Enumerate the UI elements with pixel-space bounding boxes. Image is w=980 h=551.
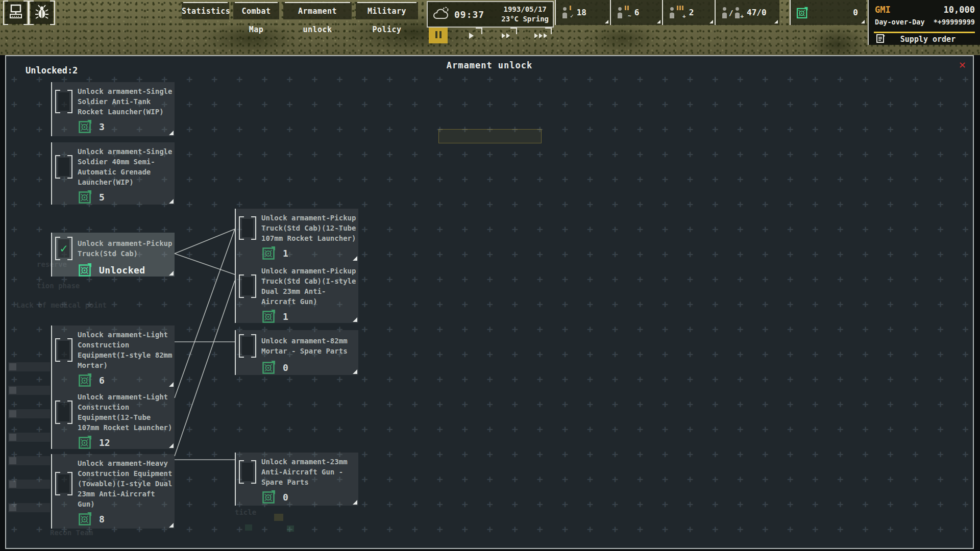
production-count: 8 (99, 514, 105, 524)
tech-node[interactable]: Unlock armament-SingleSoldier Anti-TankR… (51, 82, 175, 136)
tech-node[interactable]: Unlock armament-23mmAnti-Aircraft Gun -S… (235, 453, 358, 506)
unlock-checkbox[interactable]: ✓ (55, 237, 72, 260)
divider (874, 32, 975, 33)
soldier-icon (561, 7, 569, 19)
speed-fast-forward-button[interactable] (495, 28, 517, 43)
tech-node-title: Unlock armament-SingleSoldier 40mm Semi-… (78, 146, 172, 187)
tech-node[interactable]: Unlock armament-LightConstructionEquipme… (51, 388, 175, 449)
tech-node[interactable]: Unlock armament-82mmMortar - Spare Parts… (235, 330, 358, 375)
computer-icon (9, 4, 23, 21)
tech-node-title: Unlock armament-PickupTruck(Std Cab)(12-… (261, 213, 356, 243)
armament-unlock-panel: ++++++++++++++++++++++++++++++++++++++++… (5, 55, 974, 549)
soldier-icon (616, 7, 624, 19)
counter-blueprints[interactable]: 0 (790, 0, 866, 25)
counter-troops-tier2[interactable]: ~6 (610, 0, 662, 25)
counter-value: 0 (853, 8, 858, 17)
tech-node[interactable]: Unlock armament-HeavyConstruction Equipm… (51, 454, 175, 529)
tech-node-title: Unlock armament-23mmAnti-Aircraft Gun -S… (261, 457, 348, 487)
play-icon (469, 33, 474, 39)
tier-badge (677, 6, 683, 10)
status-glyph: ✓ (570, 13, 574, 19)
unlock-checkbox[interactable] (55, 338, 72, 362)
connection-line (175, 254, 235, 274)
unlock-checkbox[interactable] (239, 274, 256, 298)
tech-node-title: Unlock armament-PickupTruck(Std Cab) (78, 238, 172, 259)
game-screen: Statistics Combat Map Armament unlock Mi… (0, 0, 980, 551)
counter-troops-tier1[interactable]: ✓18 (555, 0, 610, 25)
tech-node-title: Unlock armament-SingleSoldier Anti-TankR… (78, 86, 172, 117)
speed-pause-button[interactable] (429, 28, 448, 43)
finance-panel: GMI 10,000 Day-over-Day *+99999999 Suppl… (868, 0, 980, 45)
unlock-checkbox[interactable] (239, 334, 256, 358)
tech-node-title: Unlock armament-LightConstructionEquipme… (78, 330, 172, 370)
blueprint-icon (78, 262, 93, 278)
clock-season: 23°C Spring (501, 14, 549, 24)
clock-panel: 09:37 1993/05/17 23°C Spring (427, 1, 554, 28)
blueprint-icon (261, 360, 277, 375)
unlock-checkbox[interactable] (55, 472, 72, 495)
menu-statistics[interactable]: Statistics (182, 2, 229, 19)
fastest-icon (534, 33, 548, 38)
blueprint-icon (261, 245, 277, 261)
connection-line (175, 229, 235, 254)
day-over-day-label: Day-over-Day (875, 18, 925, 26)
counter-value: 18 (577, 8, 586, 17)
soldier-icon (721, 7, 728, 19)
supply-order-icon (876, 33, 886, 45)
counter-value: 47/0 (747, 8, 767, 17)
close-icon[interactable]: ✕ (959, 59, 966, 70)
tech-node[interactable]: Unlock armament-SingleSoldier 40mm Semi-… (51, 142, 175, 205)
clock-time: 09:37 (454, 9, 484, 20)
production-count: 12 (99, 437, 110, 448)
tech-node[interactable]: Unlock armament-PickupTruck(Std Cab)(I-s… (235, 262, 358, 323)
tech-node-title: Unlock armament-82mmMortar - Spare Parts (261, 336, 348, 356)
menu-combat-map[interactable]: Combat Map (233, 2, 279, 19)
menu-military-policy[interactable]: Military Policy (356, 2, 418, 19)
production-count: 0 (283, 492, 288, 503)
counter-troops-tierpair[interactable]: /+47/0 (715, 0, 779, 25)
production-count: 1 (283, 248, 288, 259)
system-menu-button[interactable] (5, 2, 27, 24)
tech-node-title: Unlock armament-HeavyConstruction Equipm… (78, 458, 172, 509)
blueprint-icon (78, 372, 93, 388)
speed-fastest-button[interactable] (529, 28, 552, 43)
unlock-checkbox[interactable] (55, 400, 72, 424)
tech-node-title: Unlock armament-PickupTruck(Std Cab)(I-s… (261, 266, 356, 307)
clock-date: 1993/05/17 (501, 5, 549, 14)
production-count: 6 (99, 375, 105, 386)
soldier-icon (668, 7, 676, 19)
connection-line (175, 229, 235, 398)
supply-order-button[interactable]: Supply order (869, 34, 980, 45)
status-glyph: ~ (628, 13, 631, 19)
debug-button[interactable] (31, 2, 53, 24)
unlock-checkbox[interactable] (55, 90, 72, 113)
menu-armament-unlock[interactable]: Armament unlock (283, 2, 352, 19)
tech-node[interactable]: Unlock armament-PickupTruck(Std Cab)(12-… (235, 209, 358, 262)
tech-node[interactable]: ✓Unlock armament-PickupTruck(Std Cab)Unl… (51, 233, 175, 277)
currency-label: GMI (875, 5, 891, 15)
blueprint-icon (261, 309, 277, 324)
pause-icon (434, 31, 443, 40)
counter-troops-tier3[interactable]: +2 (662, 0, 715, 25)
production-count: 1 (283, 311, 288, 322)
counter-value: 2 (689, 8, 694, 17)
bug-icon (34, 4, 50, 21)
status-glyph: + (682, 13, 686, 19)
clock-date-season: 1993/05/17 23°C Spring (501, 5, 549, 24)
playback-controls (429, 28, 552, 43)
unlock-checkbox[interactable] (239, 216, 256, 240)
status-glyph: + (740, 13, 744, 19)
weather-icon (432, 5, 451, 24)
tech-node[interactable]: Unlock armament-LightConstructionEquipme… (51, 325, 175, 388)
blueprint-icon (796, 6, 809, 19)
production-count: 3 (99, 121, 105, 132)
speed-play-button[interactable] (460, 28, 482, 43)
blueprint-icon (261, 489, 277, 505)
unlock-checkbox[interactable] (239, 460, 256, 484)
production-count: 5 (99, 192, 105, 203)
blueprint-icon (78, 435, 93, 450)
unlock-checkbox[interactable] (55, 155, 72, 179)
supply-order-label: Supply order (900, 35, 966, 44)
production-count: 0 (283, 362, 288, 373)
tier-badge (625, 6, 629, 10)
